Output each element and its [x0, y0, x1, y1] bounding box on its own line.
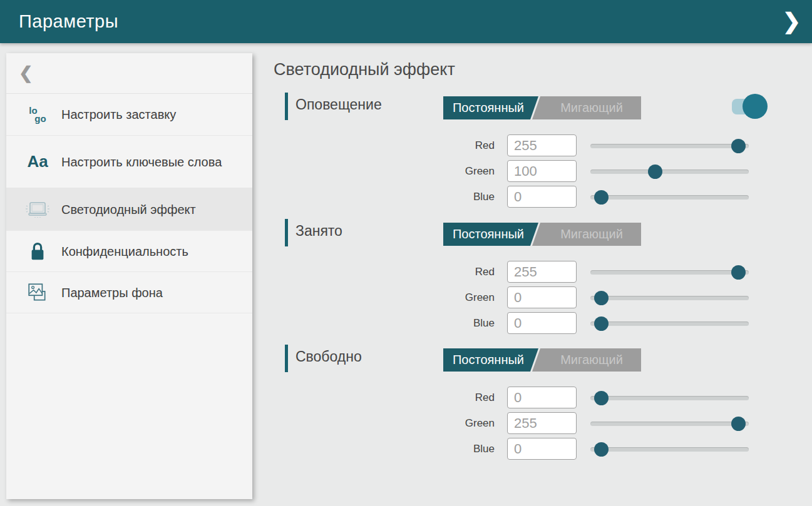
- section-busy: Занято Постоянный Мигающий Red Green: [274, 218, 793, 336]
- red-value-input[interactable]: [507, 261, 577, 283]
- logo-icon-line2: go: [34, 114, 46, 123]
- rgb-row-green: Green: [274, 160, 793, 182]
- section-accent-bar: [285, 345, 288, 372]
- blue-slider[interactable]: [590, 190, 749, 205]
- red-slider[interactable]: [590, 390, 749, 405]
- mode-option-blinking[interactable]: Мигающий: [532, 348, 641, 372]
- mode-option-constant[interactable]: Постоянный: [443, 96, 538, 119]
- green-label: Green: [274, 165, 495, 178]
- red-label: Red: [274, 392, 495, 404]
- slider-track: [590, 296, 749, 300]
- red-slider[interactable]: [590, 138, 749, 153]
- green-slider[interactable]: [590, 290, 749, 305]
- app-header: Параметры ❯: [0, 0, 812, 43]
- sidebar-item-privacy[interactable]: Конфиденциальность: [6, 231, 252, 272]
- blue-value-input[interactable]: [507, 312, 577, 334]
- mode-option-blinking[interactable]: Мигающий: [532, 223, 641, 246]
- lock-icon: [24, 241, 51, 262]
- slider-track: [590, 270, 749, 275]
- sidebar-item-splash-screen[interactable]: logo Настроить заставку: [6, 94, 252, 136]
- blue-slider[interactable]: [590, 316, 749, 331]
- rgb-row-green: Green: [274, 412, 793, 434]
- background-images-icon: [24, 281, 51, 304]
- rgb-row-blue: Blue: [274, 186, 793, 208]
- logo-icon: logo: [24, 106, 51, 123]
- rgb-row-green: Green: [274, 286, 793, 308]
- mode-segmented-control: Постоянный Мигающий: [443, 96, 641, 119]
- section-notification: Оповещение Постоянный Мигающий Red Green: [274, 91, 793, 210]
- back-chevron-icon: ❮: [19, 63, 33, 83]
- section-title: Оповещение: [296, 96, 382, 113]
- green-value-input[interactable]: [507, 412, 577, 434]
- section-title: Свободно: [296, 348, 362, 365]
- green-value-input[interactable]: [507, 286, 577, 308]
- blue-label: Blue: [274, 317, 495, 330]
- slider-thumb[interactable]: [731, 417, 746, 431]
- red-label: Red: [274, 266, 495, 278]
- aa-text-icon: Aa: [24, 152, 51, 171]
- blue-value-input[interactable]: [507, 186, 577, 208]
- sidebar-item-background[interactable]: Параметры фона: [6, 272, 252, 313]
- sidebar-item-keywords[interactable]: Aa Настроить ключевые слова: [6, 136, 252, 188]
- mode-option-blinking[interactable]: Мигающий: [532, 96, 641, 119]
- slider-thumb[interactable]: [594, 316, 609, 331]
- sidebar-item-label: Параметры фона: [61, 285, 163, 301]
- sidebar-back-button[interactable]: ❮: [6, 53, 252, 94]
- notification-enabled-toggle[interactable]: [732, 94, 768, 119]
- rgb-row-blue: Blue: [274, 438, 793, 460]
- rgb-row-red: Red: [274, 261, 793, 283]
- green-slider[interactable]: [590, 164, 749, 179]
- green-label: Green: [274, 417, 495, 430]
- toggle-thumb: [743, 94, 768, 119]
- red-value-input[interactable]: [507, 387, 577, 408]
- slider-thumb[interactable]: [594, 291, 609, 305]
- slider-thumb[interactable]: [731, 265, 746, 280]
- section-accent-bar: [285, 93, 288, 120]
- slider-track: [590, 144, 749, 148]
- slider-thumb[interactable]: [594, 442, 609, 457]
- red-value-input[interactable]: [507, 134, 577, 156]
- section-free: Свободно Постоянный Мигающий Red Green: [274, 343, 793, 462]
- mode-segmented-control: Постоянный Мигающий: [443, 348, 641, 372]
- rgb-row-red: Red: [274, 134, 793, 156]
- led-display-icon: [24, 198, 51, 221]
- slider-track: [590, 422, 749, 426]
- content-title: Светодиодный эффект: [274, 60, 793, 79]
- settings-sidebar: ❮ logo Настроить заставку Aa Настроить к…: [6, 53, 252, 499]
- mode-option-constant[interactable]: Постоянный: [443, 223, 538, 246]
- section-title: Занято: [296, 223, 342, 240]
- slider-track: [590, 321, 749, 326]
- slider-thumb[interactable]: [594, 190, 609, 205]
- green-value-input[interactable]: [507, 160, 577, 182]
- sidebar-item-label: Конфиденциальность: [61, 243, 188, 260]
- page-title: Параметры: [19, 11, 118, 32]
- rgb-row-blue: Blue: [274, 312, 793, 334]
- blue-value-input[interactable]: [507, 438, 577, 460]
- green-label: Green: [274, 291, 495, 304]
- rgb-row-red: Red: [274, 387, 793, 408]
- sidebar-item-led-effect[interactable]: Светодиодный эффект: [6, 188, 252, 231]
- slider-thumb[interactable]: [731, 139, 746, 153]
- sidebar-item-label: Светодиодный эффект: [61, 201, 196, 218]
- slider-thumb[interactable]: [648, 164, 662, 179]
- slider-track: [590, 195, 749, 200]
- sidebar-item-label: Настроить заставку: [61, 106, 176, 123]
- blue-label: Blue: [274, 443, 495, 455]
- slider-track: [590, 170, 749, 174]
- forward-chevron-icon[interactable]: ❯: [783, 8, 801, 35]
- slider-track: [590, 396, 749, 400]
- blue-label: Blue: [274, 191, 495, 203]
- slider-thumb[interactable]: [594, 391, 609, 405]
- mode-segmented-control: Постоянный Мигающий: [443, 223, 641, 246]
- sidebar-item-label: Настроить ключевые слова: [61, 154, 222, 170]
- mode-option-constant[interactable]: Постоянный: [443, 348, 538, 372]
- slider-track: [590, 447, 749, 452]
- green-slider[interactable]: [590, 416, 749, 431]
- led-effect-panel: Светодиодный эффект Оповещение Постоянны…: [274, 60, 793, 498]
- red-label: Red: [274, 139, 495, 152]
- red-slider[interactable]: [590, 265, 749, 280]
- blue-slider[interactable]: [590, 442, 749, 457]
- section-accent-bar: [285, 219, 288, 246]
